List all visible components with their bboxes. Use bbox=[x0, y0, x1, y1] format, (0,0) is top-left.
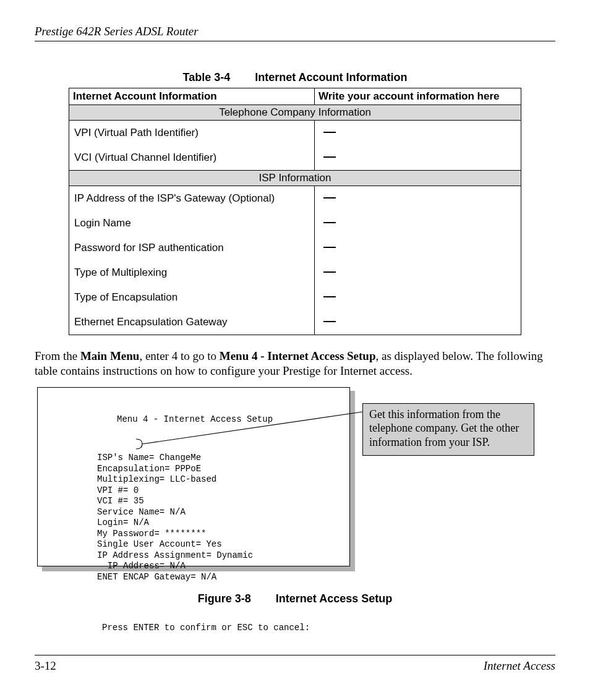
terminal-line: Login= N/A bbox=[97, 518, 149, 527]
page-number: 3-12 bbox=[35, 659, 56, 673]
terminal-line: IP Address= N/A bbox=[97, 561, 186, 571]
row-value bbox=[315, 236, 521, 260]
table-header-col1: Internet Account Information bbox=[69, 88, 315, 105]
table-row: Login Name bbox=[69, 211, 521, 236]
terminal-line: Single User Account= Yes bbox=[97, 539, 222, 549]
terminal-window: Menu 4 - Internet Access Setup ISP's Nam… bbox=[37, 387, 350, 566]
row-value bbox=[315, 145, 521, 171]
para-bold-menu4: Menu 4 - Internet Access Setup bbox=[220, 349, 376, 362]
footer-section: Internet Access bbox=[484, 659, 555, 673]
terminal-line: Multiplexing= LLC-based bbox=[97, 474, 216, 484]
row-label: VCI (Virtual Channel Identifier) bbox=[69, 145, 315, 171]
callout-box: Get this information from the telephone … bbox=[362, 403, 534, 456]
terminal-line: IP Address Assignment= Dynamic bbox=[97, 550, 253, 560]
table-section-isp: ISP Information bbox=[69, 171, 521, 186]
table-row: Type of Multiplexing bbox=[69, 260, 521, 285]
row-value bbox=[315, 260, 521, 285]
para-text: , enter 4 to go to bbox=[139, 349, 219, 362]
table-row: VPI (Virtual Path Identifier) bbox=[69, 121, 521, 146]
table-header-col2: Write your account information here bbox=[315, 88, 521, 105]
running-header: Prestige 642R Series ADSL Router bbox=[35, 25, 555, 41]
terminal-line: VPI #= 0 bbox=[97, 485, 139, 495]
row-label: Login Name bbox=[69, 211, 315, 236]
body-paragraph: From the Main Menu, enter 4 to go to Men… bbox=[35, 349, 555, 378]
table-row: Type of Encapsulation bbox=[69, 285, 521, 310]
terminal-line: Service Name= N/A bbox=[97, 507, 186, 517]
terminal-line: ENET ENCAP Gateway= N/A bbox=[97, 572, 216, 582]
row-label: IP Address of the ISP's Gateway (Optiona… bbox=[69, 186, 315, 211]
row-label: Type of Multiplexing bbox=[69, 260, 315, 285]
figure-area: Menu 4 - Internet Access Setup ISP's Nam… bbox=[35, 387, 555, 579]
para-text: From the bbox=[35, 349, 80, 362]
terminal-line: Encapsulation= PPPoE bbox=[97, 464, 201, 474]
para-bold-main-menu: Main Menu bbox=[80, 349, 140, 362]
row-label: Ethernet Encapsulation Gateway bbox=[69, 310, 315, 335]
table-caption-number: Table 3-4 bbox=[182, 71, 230, 83]
row-value bbox=[315, 121, 521, 146]
account-info-table: Internet Account Information Write your … bbox=[69, 88, 521, 335]
row-label: VPI (Virtual Path Identifier) bbox=[69, 121, 315, 146]
table-row: Password for ISP authentication bbox=[69, 236, 521, 260]
terminal-line: My Password= ******** bbox=[97, 529, 206, 539]
terminal-footer: Press ENTER to confirm or ESC to cancel: bbox=[44, 623, 343, 634]
terminal-line: VCI #= 35 bbox=[97, 496, 144, 506]
row-value bbox=[315, 186, 521, 211]
row-value bbox=[315, 285, 521, 310]
row-value bbox=[315, 310, 521, 335]
row-label: Password for ISP authentication bbox=[69, 236, 315, 260]
table-row: Ethernet Encapsulation Gateway bbox=[69, 310, 521, 335]
terminal-body: ISP's Name= ChangeMe Encapsulation= PPPo… bbox=[44, 453, 343, 583]
terminal-title: Menu 4 - Internet Access Setup bbox=[44, 414, 343, 425]
table-section-telco: Telephone Company Information bbox=[69, 105, 521, 121]
table-caption: Table 3-4Internet Account Information bbox=[35, 71, 555, 84]
terminal-line: ISP's Name= ChangeMe bbox=[97, 453, 201, 463]
row-value bbox=[315, 211, 521, 236]
row-label: Type of Encapsulation bbox=[69, 285, 315, 310]
table-row: IP Address of the ISP's Gateway (Optiona… bbox=[69, 186, 521, 211]
table-row: VCI (Virtual Channel Identifier) bbox=[69, 145, 521, 171]
callout-text: Get this information from the telephone … bbox=[369, 408, 519, 448]
table-caption-title: Internet Account Information bbox=[255, 71, 407, 83]
page-footer: 3-12 Internet Access bbox=[35, 655, 555, 673]
